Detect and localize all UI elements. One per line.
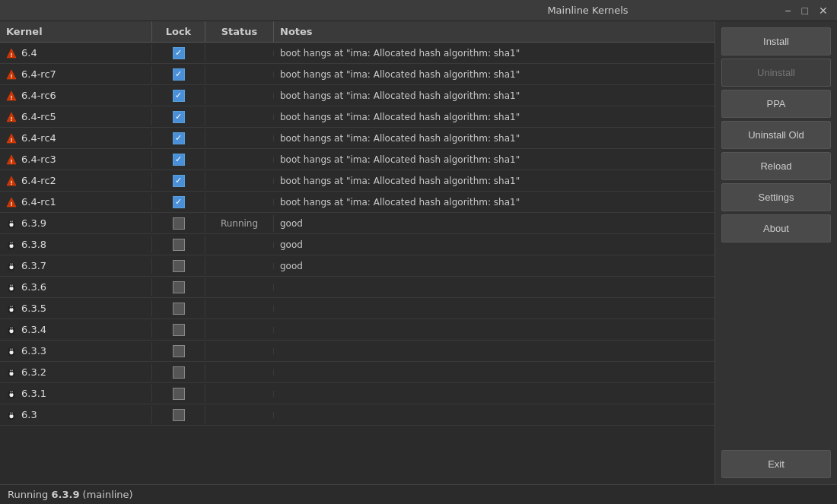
lock-checkbox[interactable] xyxy=(173,154,185,166)
cell-kernel: 6.3.5 xyxy=(0,300,152,317)
lock-checkbox[interactable] xyxy=(173,388,185,400)
tux-icon xyxy=(6,303,17,314)
lock-checkbox[interactable] xyxy=(173,409,185,421)
cell-lock[interactable] xyxy=(152,108,205,126)
cell-status xyxy=(205,157,274,163)
lock-checkbox[interactable] xyxy=(173,111,185,123)
table-row[interactable]: 6.3.9Runninggood xyxy=(0,213,714,234)
close-button[interactable]: ✕ xyxy=(816,5,831,16)
lock-checkbox[interactable] xyxy=(173,217,185,230)
table-row[interactable]: ! 6.4-rc7boot hangs at "ima: Allocated h… xyxy=(0,64,714,85)
cell-lock[interactable] xyxy=(152,236,205,254)
svg-point-58 xyxy=(10,306,11,306)
minimize-button[interactable]: − xyxy=(781,5,794,16)
lock-checkbox[interactable] xyxy=(173,260,185,272)
kernel-name: 6.3.2 xyxy=(21,366,46,378)
svg-point-85 xyxy=(10,369,11,370)
cell-lock[interactable] xyxy=(152,214,205,233)
lock-checkbox[interactable] xyxy=(173,324,185,336)
cell-kernel: ! 6.4 xyxy=(0,44,152,62)
table-row[interactable]: 6.3.3 xyxy=(0,341,714,362)
kernel-name: 6.3.9 xyxy=(21,217,46,229)
table-body[interactable]: ! 6.4boot hangs at "ima: Allocated hash … xyxy=(0,43,714,484)
cell-lock[interactable] xyxy=(152,65,205,84)
lock-checkbox[interactable] xyxy=(173,366,185,379)
lock-checkbox[interactable] xyxy=(173,90,185,102)
table-row[interactable]: ! 6.4-rc1boot hangs at "ima: Allocated h… xyxy=(0,192,714,213)
cell-lock[interactable] xyxy=(152,385,205,403)
cell-lock[interactable] xyxy=(152,278,205,296)
uninstall-button[interactable]: Uninstall xyxy=(721,59,831,87)
cell-lock[interactable] xyxy=(152,151,205,169)
lock-checkbox[interactable] xyxy=(173,196,185,208)
cell-lock[interactable] xyxy=(152,321,205,339)
cell-lock[interactable] xyxy=(152,193,205,211)
table-row[interactable]: ! 6.4-rc5boot hangs at "ima: Allocated h… xyxy=(0,106,714,128)
cell-lock[interactable] xyxy=(152,172,205,190)
tux-icon xyxy=(6,367,17,378)
kernel-name: 6.3 xyxy=(21,409,37,420)
table-row[interactable]: ! 6.4boot hangs at "ima: Allocated hash … xyxy=(0,43,714,64)
install-button[interactable]: Install xyxy=(721,27,831,55)
lock-checkbox[interactable] xyxy=(173,68,185,81)
svg-point-86 xyxy=(12,369,13,370)
cell-kernel: 6.3.7 xyxy=(0,257,152,274)
sidebar: Install Uninstall PPA Uninstall Old Relo… xyxy=(715,21,837,484)
table-row[interactable]: ! 6.4-rc2boot hangs at "ima: Allocated h… xyxy=(0,170,714,192)
svg-point-41 xyxy=(12,263,13,264)
table-row[interactable]: 6.3.2 xyxy=(0,362,714,383)
about-button[interactable]: About xyxy=(721,214,831,242)
table-row[interactable]: ! 6.4-rc3boot hangs at "ima: Allocated h… xyxy=(0,149,714,170)
cell-lock[interactable] xyxy=(152,44,205,62)
window-title: Mainline Kernels xyxy=(394,5,782,16)
maximize-button[interactable]: □ xyxy=(799,5,811,16)
status-kernel: 6.3.9 xyxy=(51,489,79,500)
settings-button[interactable]: Settings xyxy=(721,183,831,211)
cell-status xyxy=(205,284,274,290)
table-row[interactable]: 6.3.1 xyxy=(0,383,714,404)
table-row[interactable]: 6.3.6 xyxy=(0,277,714,298)
warn-icon: ! xyxy=(6,197,17,208)
cell-notes xyxy=(274,306,714,312)
table-row[interactable]: 6.3 xyxy=(0,404,714,426)
cell-lock[interactable] xyxy=(152,257,205,275)
kernel-name: 6.3.6 xyxy=(21,281,46,293)
table-row[interactable]: 6.3.5 xyxy=(0,298,714,319)
cell-lock[interactable] xyxy=(152,129,205,147)
exit-button[interactable]: Exit xyxy=(721,450,831,478)
reload-button[interactable]: Reload xyxy=(721,152,831,180)
table-row[interactable]: ! 6.4-rc6boot hangs at "ima: Allocated h… xyxy=(0,85,714,106)
cell-status xyxy=(205,50,274,56)
svg-point-31 xyxy=(10,242,11,242)
cell-lock[interactable] xyxy=(152,363,205,382)
col-header-kernel: Kernel xyxy=(0,21,152,42)
svg-point-49 xyxy=(10,284,11,285)
ppa-button[interactable]: PPA xyxy=(721,90,831,118)
lock-checkbox[interactable] xyxy=(173,345,185,357)
cell-lock[interactable] xyxy=(152,300,205,318)
cell-lock[interactable] xyxy=(152,87,205,105)
tux-icon xyxy=(6,239,17,250)
kernel-name: 6.4-rc6 xyxy=(21,90,56,101)
cell-kernel: ! 6.4-rc4 xyxy=(0,129,152,147)
cell-kernel: 6.3.2 xyxy=(0,363,152,381)
lock-checkbox[interactable] xyxy=(173,47,185,59)
table-row[interactable]: ! 6.4-rc4boot hangs at "ima: Allocated h… xyxy=(0,128,714,149)
lock-checkbox[interactable] xyxy=(173,239,185,251)
cell-lock[interactable] xyxy=(152,406,205,424)
tux-icon xyxy=(6,218,17,229)
cell-lock[interactable] xyxy=(152,342,205,360)
warn-icon: ! xyxy=(6,154,17,165)
table-row[interactable]: 6.3.7good xyxy=(0,255,714,277)
svg-point-77 xyxy=(12,348,13,349)
cell-status xyxy=(205,71,274,78)
table-row[interactable]: 6.3.8good xyxy=(0,234,714,255)
cell-notes: good xyxy=(274,215,714,232)
lock-checkbox[interactable] xyxy=(173,281,185,293)
table-row[interactable]: 6.3.4 xyxy=(0,319,714,341)
lock-checkbox[interactable] xyxy=(173,175,185,187)
lock-checkbox[interactable] xyxy=(173,303,185,315)
cell-notes: boot hangs at "ima: Allocated hash algor… xyxy=(274,151,714,168)
uninstall-old-button[interactable]: Uninstall Old xyxy=(721,121,831,149)
lock-checkbox[interactable] xyxy=(173,132,185,144)
